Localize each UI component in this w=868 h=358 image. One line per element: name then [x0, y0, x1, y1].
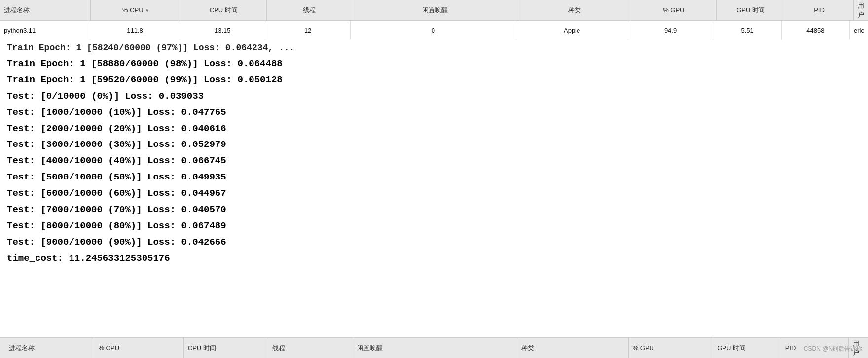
header-pid[interactable]: PID	[785, 0, 854, 20]
header-cpu-pct[interactable]: % CPU ∨	[91, 0, 181, 20]
watermark-text: CSDN @N刻后告诉你	[804, 345, 862, 353]
terminal-lines: Train Epoch: 1 [58880/60000 (98%)] Loss:…	[0, 56, 868, 266]
terminal-partial-line: Train Epoch: 1 [58240/60000 (97%)] Loss:…	[0, 40, 868, 56]
bottom-cpu-time: CPU 时间	[184, 338, 269, 358]
terminal-line: Test: [0/10000 (0%)] Loss: 0.039033	[0, 88, 868, 105]
table-row[interactable]: python3.11 111.8 13.15 12 0 Apple 94.9 5…	[0, 21, 868, 40]
terminal-line: Train Epoch: 1 [58880/60000 (98%)] Loss:…	[0, 56, 868, 72]
terminal-line: Test: [8000/10000 (80%)] Loss: 0.067489	[0, 218, 868, 234]
terminal-line: Test: [4000/10000 (40%)] Loss: 0.066745	[0, 153, 868, 169]
cell-user: eric	[850, 21, 868, 40]
sort-arrow-icon: ∨	[145, 7, 149, 13]
terminal-line: Test: [6000/10000 (60%)] Loss: 0.044967	[0, 185, 868, 202]
cell-gpu-time: 5.51	[713, 21, 781, 40]
terminal-line: Test: [2000/10000 (20%)] Loss: 0.040616	[0, 121, 868, 137]
terminal-line: Test: [9000/10000 (90%)] Loss: 0.042666	[0, 234, 868, 251]
bottom-threads: 线程	[268, 338, 353, 358]
terminal-output: Train Epoch: 1 [58240/60000 (97%)] Loss:…	[0, 40, 868, 337]
terminal-line: Test: [3000/10000 (30%)] Loss: 0.052979	[0, 137, 868, 153]
bottom-gpu-pct: % GPU	[629, 338, 714, 358]
bottom-cpu-pct: % CPU	[94, 338, 183, 358]
header-kind[interactable]: 种类	[518, 0, 631, 20]
header-idle-wake[interactable]: 闲置唤醒	[352, 0, 518, 20]
header-gpu-pct[interactable]: % GPU	[631, 0, 717, 20]
cell-pid: 44858	[782, 21, 850, 40]
cell-idle-wake: 0	[351, 21, 516, 40]
table-header: 进程名称 % CPU ∨ CPU 时间 线程 闲置唤醒 种类 % GPU GPU…	[0, 0, 868, 21]
cell-cpu-pct: 111.8	[90, 21, 181, 40]
bottom-process-name: 进程名称	[5, 338, 94, 358]
header-gpu-time[interactable]: GPU 时间	[717, 0, 785, 20]
cell-cpu-time: 13.15	[180, 21, 265, 40]
terminal-line: Test: [7000/10000 (70%)] Loss: 0.040570	[0, 202, 868, 218]
terminal-line: time_cost: 11.245633125305176	[0, 251, 868, 267]
header-user[interactable]: 用户	[854, 0, 868, 20]
bottom-bar: 进程名称 % CPU CPU 时间 线程 闲置唤醒 种类 % GPU GPU 时…	[0, 337, 868, 358]
cell-gpu-pct: 94.9	[628, 21, 714, 40]
cell-kind: Apple	[516, 21, 628, 40]
header-process-name[interactable]: 进程名称	[0, 0, 91, 20]
header-cpu-time[interactable]: CPU 时间	[181, 0, 267, 20]
bottom-idle-wake: 闲置唤醒	[353, 338, 517, 358]
terminal-line: Train Epoch: 1 [59520/60000 (99%)] Loss:…	[0, 72, 868, 88]
cell-threads: 12	[265, 21, 351, 40]
terminal-line: Test: [5000/10000 (50%)] Loss: 0.049935	[0, 169, 868, 185]
terminal-line: Test: [1000/10000 (10%)] Loss: 0.047765	[0, 105, 868, 121]
bottom-gpu-time: GPU 时间	[713, 338, 781, 358]
header-threads[interactable]: 线程	[267, 0, 353, 20]
bottom-kind: 种类	[517, 338, 628, 358]
cell-process-name: python3.11	[0, 21, 90, 40]
